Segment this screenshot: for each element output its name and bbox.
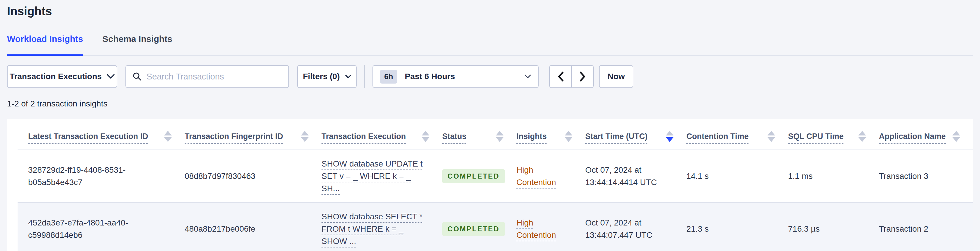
cell-value: 14.1 s <box>686 171 709 181</box>
page-title: Insights <box>7 0 973 18</box>
table-row: 452da3e7-e7fa-4801-aa40-c59988d14eb6480a… <box>18 203 973 251</box>
search-box <box>126 65 289 88</box>
now-button[interactable]: Now <box>599 65 633 88</box>
sort-arrows-icon[interactable] <box>768 131 775 142</box>
sort-arrows-icon[interactable] <box>496 131 503 142</box>
transaction-execution-link[interactable]: SHOW database UPDATE t SET v = _ WHERE k… <box>321 159 423 193</box>
cell-value: 716.3 µs <box>788 224 820 233</box>
chevron-right-icon <box>579 72 586 82</box>
cell-insights: High Contention <box>516 150 585 203</box>
time-range-label: Past 6 Hours <box>405 72 455 81</box>
column-header-status[interactable]: Status <box>442 119 516 150</box>
insights-page: Insights Workload Insights Schema Insigh… <box>0 0 980 251</box>
time-pager <box>549 65 594 88</box>
time-next-button[interactable] <box>571 65 594 88</box>
tab-label: Schema Insights <box>102 34 172 44</box>
sort-arrows-icon[interactable] <box>666 131 673 142</box>
column-label: Latest Transaction Execution ID <box>28 131 148 141</box>
column-label: Transaction Fingerprint ID <box>185 131 283 141</box>
column-header-application-name[interactable]: Application Name <box>879 119 973 150</box>
tab-bar: Workload Insights Schema Insights <box>7 34 973 56</box>
cell-value: 452da3e7-e7fa-4801-aa40-c59988d14eb6 <box>28 218 128 240</box>
search-icon <box>132 72 142 81</box>
cell-fingerprint-id: 08d8b7d97f830463 <box>185 150 321 203</box>
chevron-down-icon <box>107 74 115 79</box>
chevron-left-icon <box>557 72 564 82</box>
column-header-transaction-fingerprint-id[interactable]: Transaction Fingerprint ID <box>185 119 321 150</box>
cell-execution-id: 328729d2-ff19-4408-8531-b05a5b4e43c7 <box>18 150 185 203</box>
cell-status: COMPLETED <box>442 203 516 251</box>
transaction-execution-link[interactable]: SHOW database SELECT * FROM t WHERE k = … <box>321 212 423 246</box>
tab-schema-insights[interactable]: Schema Insights <box>102 34 172 55</box>
tab-workload-insights[interactable]: Workload Insights <box>7 34 83 56</box>
cell-value: Oct 07, 2024 at 13:44:14.4414 UTC <box>585 165 657 187</box>
sort-arrows-icon[interactable] <box>953 131 960 142</box>
cell-execution-id: 452da3e7-e7fa-4801-aa40-c59988d14eb6 <box>18 203 185 251</box>
results-summary: 1-2 of 2 transaction insights <box>7 99 973 109</box>
column-header-insights[interactable]: Insights <box>516 119 585 150</box>
now-label: Now <box>608 72 625 81</box>
cell-start-time: Oct 07, 2024 at 13:44:07.447 UTC <box>585 203 686 251</box>
cell-sql-cpu-time: 716.3 µs <box>788 203 879 251</box>
column-header-start-time-utc[interactable]: Start Time (UTC) <box>585 119 686 150</box>
insights-table: Latest Transaction Execution IDTransacti… <box>18 119 973 251</box>
time-range-dropdown[interactable]: 6h Past 6 Hours <box>372 65 539 88</box>
cell-value: Transaction 3 <box>879 171 928 181</box>
column-label: Status <box>442 131 466 141</box>
column-label: SQL CPU Time <box>788 131 844 141</box>
column-label: Transaction Execution <box>321 131 406 141</box>
status-badge: COMPLETED <box>442 169 505 184</box>
cell-contention-time: 21.3 s <box>686 203 788 251</box>
table-header-row: Latest Transaction Execution IDTransacti… <box>18 119 973 150</box>
status-badge: COMPLETED <box>442 222 505 237</box>
sort-arrows-icon[interactable] <box>301 131 309 142</box>
column-header-latest-transaction-execution-id[interactable]: Latest Transaction Execution ID <box>18 119 185 150</box>
cell-insights: High Contention <box>516 203 585 251</box>
column-header-contention-time[interactable]: Contention Time <box>686 119 788 150</box>
insights-table-card: Latest Transaction Execution IDTransacti… <box>7 119 973 251</box>
chevron-down-icon <box>525 75 531 78</box>
cell-contention-time: 14.1 s <box>686 150 788 203</box>
cell-value: 08d8b7d97f830463 <box>185 171 255 181</box>
cell-fingerprint-id: 480a8b217be006fe <box>185 203 321 251</box>
cell-execution: SHOW database SELECT * FROM t WHERE k = … <box>321 203 442 251</box>
cell-value: 1.1 ms <box>788 171 813 181</box>
sort-arrows-icon[interactable] <box>164 131 172 142</box>
column-label: Start Time (UTC) <box>585 131 648 141</box>
search-input[interactable] <box>146 72 282 82</box>
time-prev-button[interactable] <box>549 65 572 88</box>
cell-application: Transaction 3 <box>879 150 973 203</box>
insight-link[interactable]: High Contention <box>516 218 556 240</box>
column-header-sql-cpu-time[interactable]: SQL CPU Time <box>788 119 879 150</box>
cell-value: 480a8b217be006fe <box>185 224 255 233</box>
cell-sql-cpu-time: 1.1 ms <box>788 150 879 203</box>
chevron-down-icon <box>345 75 351 78</box>
filters-label: Filters (0) <box>303 72 340 81</box>
tab-label: Workload Insights <box>7 34 83 44</box>
sort-arrows-icon[interactable] <box>422 131 430 142</box>
filters-dropdown[interactable]: Filters (0) <box>297 65 356 88</box>
toolbar-divider <box>364 65 365 88</box>
cell-value: 21.3 s <box>686 224 709 233</box>
cell-status: COMPLETED <box>442 150 516 203</box>
transaction-type-label: Transaction Executions <box>10 72 102 81</box>
cell-value: 328729d2-ff19-4408-8531-b05a5b4e43c7 <box>28 165 126 187</box>
column-label: Application Name <box>879 131 946 141</box>
column-label: Contention Time <box>686 131 749 141</box>
column-header-transaction-execution[interactable]: Transaction Execution <box>321 119 442 150</box>
cell-value: Oct 07, 2024 at 13:44:07.447 UTC <box>585 218 652 240</box>
cell-execution: SHOW database UPDATE t SET v = _ WHERE k… <box>321 150 442 203</box>
cell-value: Transaction 2 <box>879 224 928 233</box>
sort-arrows-icon[interactable] <box>858 131 866 142</box>
table-row: 328729d2-ff19-4408-8531-b05a5b4e43c708d8… <box>18 150 973 203</box>
insight-link[interactable]: High Contention <box>516 165 556 187</box>
transaction-type-dropdown[interactable]: Transaction Executions <box>7 65 117 88</box>
time-shortcut-badge: 6h <box>380 70 397 83</box>
column-label: Insights <box>516 131 547 141</box>
sort-arrows-icon[interactable] <box>565 131 572 142</box>
cell-start-time: Oct 07, 2024 at 13:44:14.4414 UTC <box>585 150 686 203</box>
toolbar: Transaction Executions Filters (0) 6h Pa… <box>7 65 973 88</box>
cell-application: Transaction 2 <box>879 203 973 251</box>
